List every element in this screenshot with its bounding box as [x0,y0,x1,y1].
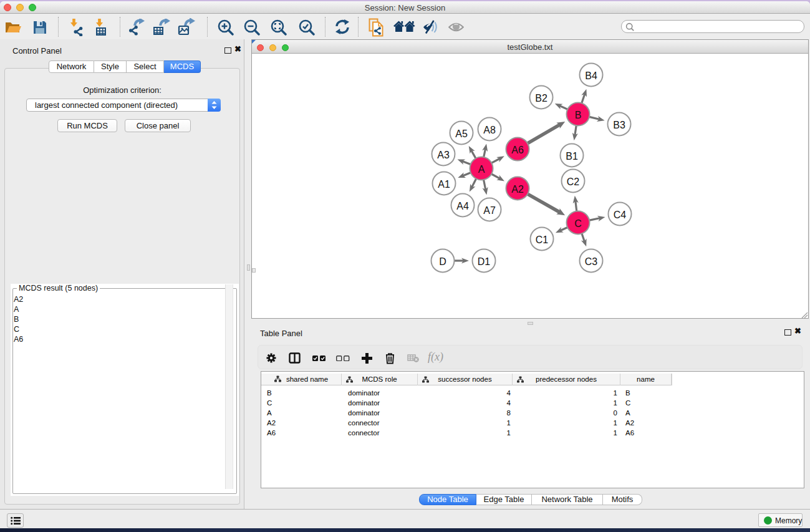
svg-text:B2: B2 [535,93,547,104]
svg-text:C1: C1 [536,235,549,245]
svg-text:B4: B4 [585,70,597,81]
svg-text:B1: B1 [566,151,578,162]
svg-text:A7: A7 [483,205,496,216]
svg-text:A3: A3 [437,150,450,160]
svg-text:A1: A1 [438,179,450,190]
svg-text:B: B [575,110,582,120]
svg-text:D: D [439,256,446,267]
svg-text:A4: A4 [456,201,469,211]
svg-text:C4: C4 [614,210,627,220]
svg-text:B3: B3 [613,120,625,130]
svg-text:A8: A8 [483,125,496,135]
svg-text:A2: A2 [511,184,524,195]
svg-text:C2: C2 [567,177,580,187]
svg-text:A5: A5 [455,128,468,139]
svg-text:D1: D1 [478,256,491,267]
svg-text:C3: C3 [585,256,598,267]
svg-text:C: C [574,218,582,229]
svg-text:A: A [478,164,485,175]
svg-text:A6: A6 [511,145,524,155]
